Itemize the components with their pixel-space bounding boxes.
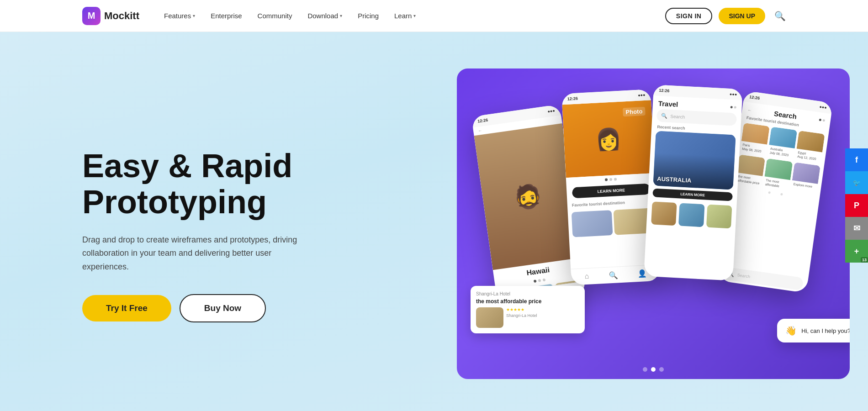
hero-image-area: 12:26●●● ← 🧔 Hawaii [457,37,868,411]
slide-dot-1[interactable] [643,367,647,372]
phone-3-learn-more[interactable]: LEARN MORE [652,188,733,201]
phone-3-thumbs [646,200,737,231]
chat-bubble: 👋 Hi, can I help you? [777,319,850,342]
features-chevron: ▾ [193,13,195,18]
hero-buttons: Try It Free Buy Now [82,294,311,322]
phone-2-learn-more[interactable]: LEARN MORE [572,184,651,199]
share-more-button[interactable]: + 13 [845,240,868,263]
nav-enterprise[interactable]: Enterprise [204,8,248,23]
search-icon[interactable]: 🔍 [774,11,786,21]
phone-3-hero-img: AUSTRALIA [653,131,736,190]
nav-features[interactable]: Features ▾ [158,8,201,23]
phone-2-photo-label: Photo [623,107,646,117]
nav-learn[interactable]: Learn ▾ [388,8,422,23]
phone-4-search-bar[interactable]: 🔍 Search [723,267,804,290]
facebook-button[interactable]: f [845,148,868,171]
buy-now-button[interactable]: Buy Now [180,294,266,322]
hero-description: Drag and drop to create wireframes and p… [82,233,311,274]
bottom-card-sublabel: the most affordable price [476,298,579,305]
bottom-info-card: Shangri-La Hotel the most affordable pri… [471,286,585,333]
pinterest-button[interactable]: P [845,194,868,217]
slide-dot-2[interactable] [651,367,656,372]
bottom-card-label: Shangri-La Hotel [476,291,579,296]
social-sidebar: f 🐦 P ✉ + 13 [845,148,868,263]
phone-3-search-icon: 🔍 [661,113,668,119]
slide-indicators [643,367,664,372]
signin-button[interactable]: SIGN IN [665,8,713,24]
logo-icon: M [82,7,101,25]
chat-text: Hi, can I help you? [801,327,850,334]
hero-content: Easy & Rapid Prototyping Drag and drop t… [82,148,311,322]
nav-download[interactable]: Download ▾ [301,8,349,23]
phone-3-screen: 12:26●●● Travel 🔍 Search Recent search [644,84,743,281]
phone-mockup-3: 12:26●●● Travel 🔍 Search Recent search [644,84,743,281]
signup-button[interactable]: SIGN UP [719,8,765,24]
hero-title: Easy & Rapid Prototyping [82,148,311,220]
nav-links: Features ▾ Enterprise Community Download… [158,8,422,23]
rating-stars: ★★★★★ [506,307,537,312]
slide-dot-3[interactable] [659,367,664,372]
chat-wave: 👋 [785,325,797,336]
phone-2-hero: Photo 👩 [562,100,655,178]
brand-name: Mockitt [104,10,139,22]
nav-left: M Mockitt Features ▾ Enterprise Communit… [82,7,422,25]
nav-community[interactable]: Community [251,8,299,23]
navbar: M Mockitt Features ▾ Enterprise Communit… [0,0,868,32]
try-free-button[interactable]: Try It Free [82,295,171,321]
hero-section: Easy & Rapid Prototyping Drag and drop t… [0,0,868,411]
nav-right: SIGN IN SIGN UP 🔍 [665,8,786,24]
email-button[interactable]: ✉ [845,217,868,240]
twitter-button[interactable]: 🐦 [845,171,868,194]
nav-pricing[interactable]: Pricing [351,8,385,23]
learn-chevron: ▾ [413,13,416,18]
hero-image-container: 12:26●●● ← 🧔 Hawaii [457,68,850,379]
logo[interactable]: M Mockitt [82,7,139,25]
download-chevron: ▾ [340,13,342,18]
bottom-card-images: ★★★★★ Shangri-La Hotel [476,307,579,328]
share-count: 13 [861,257,868,263]
